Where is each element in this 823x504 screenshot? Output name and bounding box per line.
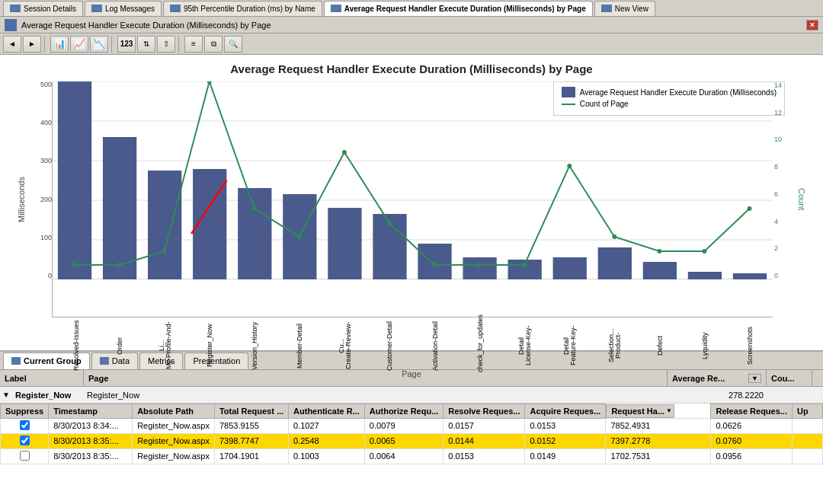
tab-avg-execute-duration[interactable]: Average Request Handler Execute Duration… [324, 1, 593, 16]
bar-create-review[interactable] [328, 208, 361, 279]
cell-suppress-2[interactable] [1, 448, 49, 464]
x-label-7: Customer-Detail [367, 319, 412, 374]
suppress-checkbox-0[interactable] [20, 420, 30, 430]
cell-request-ha-2: 1702.7531 [606, 448, 711, 464]
cell-authorize-1: 0.0065 [364, 433, 443, 448]
table-row: 8/30/2013 8:35:... Register_Now.aspx 170… [1, 448, 823, 464]
cell-total-req-1: 7398.7747 [214, 433, 288, 448]
x-label-9: check_for_updates [458, 319, 503, 374]
chart-area: Milliseconds 500 400 300 200 100 0 [15, 81, 808, 317]
new-view-icon [601, 5, 612, 12]
bar-check-updates[interactable] [463, 257, 496, 279]
bar-defect[interactable] [643, 262, 677, 279]
detail-table: Suppress Timestamp Absolute Path Total R… [0, 404, 823, 464]
cell-acquire-1: 0.0152 [525, 433, 606, 448]
chart-container: Average Request Handler Execute Duration… [0, 55, 823, 352]
toolbar-table-btn[interactable]: ≡ [184, 36, 203, 53]
bar-screenshots[interactable] [733, 273, 767, 279]
cell-auth-2: 0.1003 [289, 448, 365, 464]
th-request-ha[interactable]: Request Ha... ▼ [606, 404, 674, 418]
cell-resolve-1: 0.0144 [444, 433, 525, 448]
x-label-13: Defect [638, 319, 683, 374]
toolbar-line-chart-btn[interactable]: 📈 [70, 36, 88, 53]
toolbar-sort-asc-btn[interactable]: ⇅ [137, 36, 155, 53]
x-label-4: Version_History [232, 319, 277, 374]
th-release[interactable]: Release Reques... [711, 404, 793, 419]
percentile-icon [170, 5, 181, 12]
bar-lyquidity[interactable] [688, 272, 722, 279]
request-ha-sort[interactable]: ▼ [666, 407, 672, 414]
close-button[interactable]: ✕ [806, 20, 818, 30]
cell-suppress-0[interactable] [1, 418, 49, 433]
cell-release-1: 0.0760 [711, 433, 793, 448]
toolbar-search-btn[interactable]: 🔍 [224, 36, 242, 53]
toolbar: ◄ ► 📊 📈 📉 123 ⇅ ⇧ ≡ ⧉ 🔍 [0, 33, 823, 55]
y-tick-0: 0 [30, 273, 52, 279]
cell-timestamp-2: 8/30/2013 8:35:... [49, 448, 133, 464]
window-title: Average Request Handler Execute Duration… [21, 21, 806, 30]
th-auth-r[interactable]: Authenticate R... [289, 404, 365, 419]
cell-release-2: 0.0956 [711, 448, 793, 464]
y-tick-200: 200 [30, 196, 52, 203]
bar-order[interactable] [103, 137, 136, 279]
y-tick-100: 100 [30, 234, 52, 241]
cell-resolve-2: 0.0153 [444, 448, 525, 464]
count-dot-5 [297, 234, 302, 239]
toolbar-count-btn[interactable]: 123 [117, 36, 136, 53]
suppress-checkbox-2[interactable] [20, 451, 30, 461]
cell-auth-1: 0.2548 [289, 433, 365, 448]
th-up[interactable]: Up [793, 404, 823, 419]
cell-authorize-2: 0.0064 [364, 448, 443, 464]
tab-session-details[interactable]: Session Details [3, 1, 83, 16]
toolbar-area-chart-btn[interactable]: 📉 [90, 36, 108, 53]
y-right-tick-12: 12 [774, 109, 793, 116]
bar-product-selection[interactable] [598, 247, 632, 279]
x-axis-labels: Resolved-Issues Order My-Profile-And-Li.… [53, 319, 773, 374]
chart-title: Average Request Handler Execute Duration… [15, 62, 808, 75]
bar-feature-key[interactable] [553, 257, 587, 279]
count-dot-4 [252, 206, 257, 211]
chart-icon [331, 5, 341, 12]
cell-total-req-0: 7853.9155 [214, 418, 288, 433]
bar-myprofile[interactable] [148, 171, 181, 279]
count-dot-0 [72, 263, 77, 267]
tab-bar: Session Details Log Messages 95th Percen… [0, 0, 823, 17]
toolbar-back-btn[interactable]: ◄ [3, 36, 21, 53]
bar-activation-detail[interactable] [418, 244, 451, 279]
toolbar-bar-chart-btn[interactable]: 📊 [50, 36, 69, 53]
count-dot-1 [117, 263, 122, 267]
tab-new-view[interactable]: New View [594, 1, 655, 16]
th-resolve[interactable]: Resolve Reques... [444, 404, 525, 419]
bar-resolved-issues[interactable] [58, 81, 91, 279]
x-label-6: Create-Review-Cu... [322, 319, 367, 374]
cell-authorize-0: 0.0079 [364, 418, 443, 433]
toolbar-sort-desc-btn[interactable]: ⇧ [157, 36, 175, 53]
y-axis-label: Milliseconds [15, 81, 27, 317]
x-label-12: Product-Selection... [593, 319, 638, 374]
toolbar-grid-btn[interactable]: ⧉ [204, 36, 223, 53]
x-label-2: My-Profile-And-Li... [143, 319, 187, 374]
window-title-bar: Average Request Handler Execute Duration… [0, 17, 823, 33]
count-dot-2 [162, 249, 167, 254]
cell-acquire-2: 0.0149 [525, 448, 606, 464]
th-abs-path[interactable]: Absolute Path [133, 404, 215, 419]
cell-abs-path-2: Register_Now.aspx [133, 448, 215, 464]
bar-version-history[interactable] [238, 188, 271, 279]
tab-log-messages[interactable]: Log Messages [85, 1, 162, 16]
toolbar-forward-btn[interactable]: ► [23, 36, 41, 53]
y-right-tick-2: 2 [774, 244, 793, 252]
toolbar-sep-3 [178, 36, 181, 53]
cell-up-0 [793, 418, 823, 433]
th-timestamp[interactable]: Timestamp [49, 404, 133, 419]
detail-table-wrap[interactable]: Suppress Timestamp Absolute Path Total R… [0, 404, 823, 504]
x-label-0: Resolved-Issues [53, 319, 98, 374]
th-total-req[interactable]: Total Request ... [214, 404, 288, 419]
group-avg: 278.2220 [668, 391, 767, 400]
group-expand-icon[interactable]: ▼ [0, 391, 12, 399]
tab-95th-percentile[interactable]: 95th Percentile Duration (ms) by Name [163, 1, 322, 16]
th-authorize[interactable]: Authorize Requ... [364, 404, 443, 419]
th-acquire[interactable]: Acquire Reques... [525, 404, 606, 419]
suppress-checkbox-1[interactable] [20, 435, 30, 445]
count-dot-6 [342, 150, 347, 155]
cell-suppress-1[interactable] [1, 433, 49, 448]
